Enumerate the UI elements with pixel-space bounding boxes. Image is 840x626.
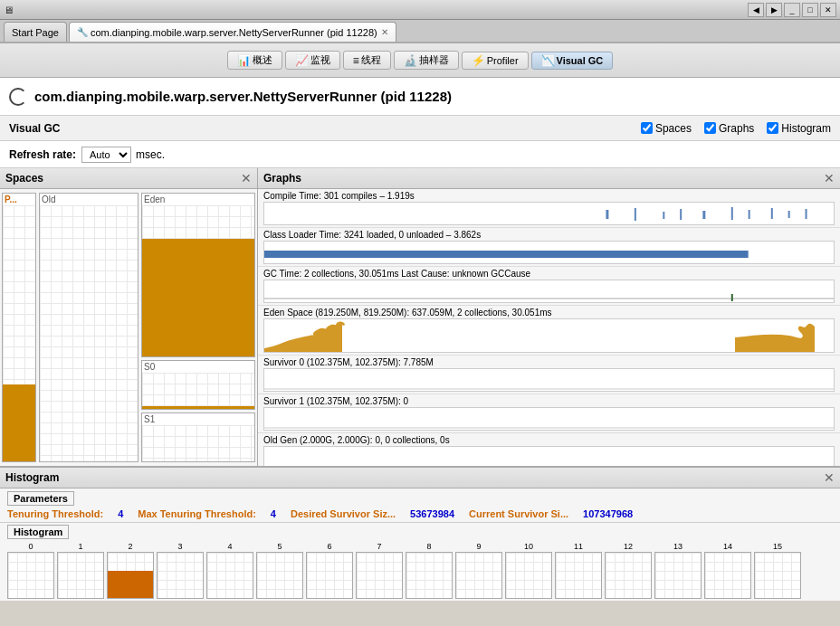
hist-bar-box: [455, 552, 502, 599]
s1-space: S1: [141, 413, 255, 462]
tab-close-icon[interactable]: ✕: [381, 27, 388, 37]
spaces-checkbox-label[interactable]: Spaces: [641, 122, 692, 135]
toolbar-btn-sampler[interactable]: 🔬 抽样器: [394, 51, 459, 70]
spaces-label: Spaces: [655, 122, 692, 135]
thread-icon: ≡: [353, 54, 359, 67]
window-title: 🖥: [4, 5, 14, 15]
visualgc-icon: 📉: [541, 54, 555, 67]
histogram-section-close[interactable]: ✕: [824, 470, 835, 485]
hist-bar-col: 12: [605, 542, 652, 599]
window-close-btn[interactable]: ✕: [820, 3, 836, 17]
perm-label: P...: [3, 194, 35, 205]
svg-rect-8: [788, 211, 790, 218]
monitor-icon: 📈: [295, 54, 309, 67]
tab-label: Start Page: [12, 27, 59, 38]
toolbar-btn-visualgc[interactable]: 📉 Visual GC: [531, 52, 614, 70]
s0-fill: [142, 406, 254, 409]
gc-graph: [264, 280, 834, 303]
s1-label: S1: [142, 413, 254, 425]
hist-bar-col: 10: [505, 542, 552, 599]
histogram-section-title: Histogram: [5, 471, 59, 484]
refresh-rate-label: Refresh rate:: [9, 148, 76, 161]
tab-start-page[interactable]: Start Page: [4, 22, 67, 42]
perm-fill: [3, 384, 35, 461]
param-tenuring-key: Tenuring Threshold:: [7, 508, 103, 519]
hist-bar-box: [107, 552, 154, 599]
graph-row-survivor0: Survivor 0 (102.375M, 102.375M): 7.785M: [258, 356, 840, 394]
histogram-checkbox-label[interactable]: Histogram: [767, 122, 831, 135]
refresh-rate-select[interactable]: Auto 100 200 500 1000: [81, 147, 131, 163]
hist-bar-col: 1: [57, 542, 104, 599]
compile-graph: [264, 203, 834, 225]
hist-bar-col: 7: [356, 542, 403, 599]
window-maximize-btn[interactable]: □: [802, 3, 818, 17]
eden-graph-label: Eden Space (819.250M, 819.250M): 637.059…: [263, 308, 835, 318]
toolbar-btn-thread[interactable]: ≡ 线程: [343, 51, 391, 70]
graph-row-oldgen: Old Gen (2.000G, 2.000G): 0, 0 collectio…: [258, 433, 840, 466]
hist-bar-col: 4: [206, 542, 253, 599]
hist-bar-col: 11: [555, 542, 602, 599]
monitor-label: 监视: [310, 53, 330, 67]
hist-bar-box: [206, 552, 253, 599]
toolbar-btn-monitor[interactable]: 📈 监视: [285, 51, 340, 70]
graphs-checkbox-label[interactable]: Graphs: [704, 122, 754, 135]
hist-bar-label: 13: [673, 542, 682, 551]
thread-label: 线程: [361, 53, 381, 67]
survivor1-graph: [264, 408, 834, 431]
hist-bar-box: [157, 552, 204, 599]
svg-rect-2: [663, 212, 664, 219]
hist-bar-box: [57, 552, 104, 599]
graphs-panel-close[interactable]: ✕: [824, 171, 835, 185]
overview-label: 概述: [253, 53, 272, 67]
classloader-label: Class Loader Time: 3241 loaded, 0 unload…: [263, 230, 835, 240]
spaces-checkbox[interactable]: [641, 122, 653, 134]
hist-bar-col: 8: [406, 542, 453, 599]
svg-rect-4: [702, 211, 705, 219]
param-maxtenuring-key: Max Tenuring Threshold:: [138, 508, 256, 519]
graph-row-classloader: Class Loader Time: 3241 loaded, 0 unload…: [258, 228, 840, 267]
hist-bar-label: 0: [28, 542, 33, 551]
svg-rect-3: [680, 209, 682, 220]
toolbar-btn-overview[interactable]: 📊 概述: [227, 51, 282, 70]
window-minimize-btn[interactable]: _: [784, 3, 800, 17]
histogram-checkbox[interactable]: [767, 122, 778, 134]
graph-row-gc: GC Time: 2 collections, 30.051ms Last Ca…: [258, 267, 840, 306]
hist-bar-fill: [108, 571, 153, 598]
old-space: Old: [39, 193, 138, 462]
oldgen-label: Old Gen (2.000G, 2.000G): 0, 0 collectio…: [263, 435, 835, 445]
hist-bar-label: 9: [476, 542, 481, 551]
graphs-checkbox[interactable]: [704, 122, 716, 134]
hist-bar-col: 6: [306, 542, 353, 599]
survivor1-label: Survivor 1 (102.375M, 102.375M): 0: [263, 396, 835, 406]
graphs-label: Graphs: [719, 122, 754, 135]
spaces-panel-close[interactable]: ✕: [241, 171, 252, 185]
tab-icon: 🔧: [77, 27, 88, 37]
oldgen-graph: [264, 447, 834, 466]
nav-forward-btn[interactable]: ▶: [766, 3, 782, 17]
hist-bar-label: 1: [78, 542, 82, 551]
perm-space: P...: [2, 193, 36, 462]
app-title: com.dianping.mobile.warp.server.NettySer…: [34, 89, 452, 104]
nav-back-btn[interactable]: ◀: [748, 3, 764, 17]
overview-icon: 📊: [237, 54, 251, 67]
hist-bar-col: 14: [704, 542, 751, 599]
param-current-val: 107347968: [583, 508, 633, 519]
svg-rect-9: [806, 209, 807, 219]
visualgc-label: Visual GC: [557, 55, 604, 66]
survivor0-label: Survivor 0 (102.375M, 102.375M): 7.785M: [263, 357, 835, 367]
tab-main-label: com.dianping.mobile.warp.server.NettySer…: [91, 27, 377, 38]
visual-gc-label: Visual GC: [9, 122, 641, 135]
param-desired-val: 53673984: [410, 508, 454, 519]
svg-rect-1: [635, 208, 636, 221]
spaces-panel-title: Spaces: [5, 172, 43, 185]
hist-bar-col: 9: [455, 542, 502, 599]
hist-bar-label: 12: [624, 542, 633, 551]
sampler-icon: 🔬: [404, 54, 417, 67]
gc-label: GC Time: 2 collections, 30.051ms Last Ca…: [263, 269, 835, 279]
param-maxtenuring-val: 4: [271, 508, 276, 519]
param-current-key: Current Survivor Si...: [469, 508, 568, 519]
tab-main[interactable]: 🔧 com.dianping.mobile.warp.server.NettyS…: [69, 22, 396, 42]
hist-bar-col: 15: [754, 542, 801, 599]
toolbar-btn-profiler[interactable]: ⚡ Profiler: [462, 52, 529, 70]
hist-bar-col: 13: [654, 542, 702, 599]
